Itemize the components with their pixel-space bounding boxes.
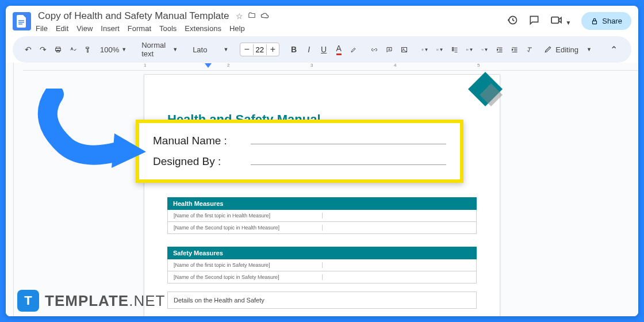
numbered-list-button[interactable]: 12▼ xyxy=(478,43,491,57)
underline-button[interactable]: U xyxy=(317,42,330,57)
align-button[interactable]: ▼ xyxy=(419,43,431,57)
bold-button[interactable]: B xyxy=(288,42,300,57)
svg-point-13 xyxy=(467,49,467,49)
print-button[interactable] xyxy=(52,43,64,57)
menu-help[interactable]: Help xyxy=(229,24,245,33)
font-size-increase[interactable]: + xyxy=(267,43,279,56)
table-row[interactable]: [Name of the Second topic in Health Meas… xyxy=(167,222,477,234)
line-spacing-button[interactable]: ▼ xyxy=(434,43,446,57)
svg-rect-5 xyxy=(593,21,597,24)
callout-arrow-icon xyxy=(25,89,146,169)
bullet-list-button[interactable]: ▼ xyxy=(463,43,476,57)
svg-point-15 xyxy=(467,50,467,51)
zoom-select[interactable]: 100%▼ xyxy=(97,43,130,56)
cloud-icon[interactable] xyxy=(260,12,270,21)
insert-image-button[interactable] xyxy=(398,43,411,57)
horizontal-ruler[interactable]: 1 2 3 4 5 xyxy=(23,63,638,71)
manual-name-field[interactable] xyxy=(251,144,446,144)
menu-insert[interactable]: Insert xyxy=(101,24,120,33)
menu-file[interactable]: File xyxy=(36,24,48,33)
menu-edit[interactable]: Edit xyxy=(56,24,68,33)
meet-icon[interactable]: ▼ xyxy=(550,16,571,27)
menu-tools[interactable]: Tools xyxy=(159,24,177,33)
table-row[interactable]: [Name of the Second topic in Safety Meas… xyxy=(167,271,477,283)
highlight-callout: Manual Name : Designed By : xyxy=(136,120,463,183)
designed-by-field[interactable] xyxy=(251,164,446,165)
collapse-toolbar-button[interactable]: ⌃ xyxy=(605,42,622,57)
watermark-text: TEMPLATE.NET xyxy=(45,292,165,310)
svg-rect-2 xyxy=(18,24,22,25)
svg-text:2: 2 xyxy=(482,49,482,49)
toolbar: ↶ ↷ 100%▼ Normal text▼ Lato▼ − 22 + B I … xyxy=(13,36,631,63)
redo-button[interactable]: ↷ xyxy=(37,42,49,57)
font-select[interactable]: Lato▼ xyxy=(189,43,232,56)
indent-increase-button[interactable] xyxy=(508,43,521,57)
share-label: Share xyxy=(602,17,622,25)
font-size-decrease[interactable]: − xyxy=(240,43,252,56)
italic-button[interactable]: I xyxy=(302,42,315,57)
details-box[interactable]: Details on the Health and Safety xyxy=(167,292,477,309)
docs-logo-icon[interactable] xyxy=(13,12,31,30)
table-row[interactable]: [Name of the first topic in Safety Measu… xyxy=(167,259,477,271)
indent-marker-icon[interactable] xyxy=(205,63,212,70)
add-comment-button[interactable] xyxy=(383,43,396,57)
svg-point-14 xyxy=(467,49,467,50)
menu-bar: File Edit View Insert Format Tools Exten… xyxy=(36,24,502,33)
lock-icon xyxy=(591,17,599,25)
svg-rect-12 xyxy=(453,49,454,51)
font-size-control: − 22 + xyxy=(240,43,279,56)
watermark: T TEMPLATE.NET xyxy=(17,290,165,312)
header-bar: Copy of Health and Safety Manual Templat… xyxy=(6,6,638,36)
section-header[interactable]: Health Measures xyxy=(167,197,477,210)
menu-format[interactable]: Format xyxy=(128,24,151,33)
table-row[interactable]: [Name of the first topic in Health Measu… xyxy=(167,210,477,222)
svg-rect-4 xyxy=(551,17,558,23)
header-right: ▼ Share xyxy=(507,12,631,30)
link-button[interactable] xyxy=(368,43,381,57)
checklist-button[interactable] xyxy=(448,43,461,57)
svg-text:1: 1 xyxy=(482,48,482,49)
indent-decrease-button[interactable] xyxy=(493,43,506,57)
paint-format-button[interactable] xyxy=(82,43,94,57)
template-logo-icon: T xyxy=(17,290,39,312)
spellcheck-button[interactable] xyxy=(67,43,79,57)
pencil-icon xyxy=(544,45,552,53)
highlight-button[interactable] xyxy=(347,43,360,57)
font-size-value[interactable]: 22 xyxy=(253,44,267,55)
svg-rect-0 xyxy=(18,20,24,21)
corner-decoration-icon xyxy=(468,72,503,112)
editing-mode-button[interactable]: Editing ▼ xyxy=(538,43,597,56)
svg-rect-1 xyxy=(18,22,24,23)
vertical-ruler[interactable] xyxy=(6,63,14,316)
manual-name-label: Manual Name : xyxy=(153,135,245,147)
history-icon[interactable] xyxy=(507,14,518,28)
document-title[interactable]: Copy of Health and Safety Manual Templat… xyxy=(36,9,231,23)
comment-icon[interactable] xyxy=(528,14,540,28)
designed-by-label: Designed By : xyxy=(153,155,245,168)
text-color-button[interactable]: A xyxy=(332,41,345,58)
undo-button[interactable]: ↶ xyxy=(22,42,34,57)
menu-view[interactable]: View xyxy=(76,24,93,33)
star-icon[interactable]: ☆ xyxy=(236,12,243,21)
document-page[interactable]: Health and Safety Manual Health Measures… xyxy=(144,74,500,316)
move-icon[interactable] xyxy=(248,12,256,21)
section-header[interactable]: Safety Measures xyxy=(167,247,477,259)
menu-extensions[interactable]: Extensions xyxy=(185,24,221,33)
style-select[interactable]: Normal text▼ xyxy=(138,39,181,60)
clear-format-button[interactable] xyxy=(523,43,536,57)
title-area: Copy of Health and Safety Manual Templat… xyxy=(36,9,502,33)
svg-rect-11 xyxy=(453,47,454,49)
share-button[interactable]: Share xyxy=(581,12,631,30)
